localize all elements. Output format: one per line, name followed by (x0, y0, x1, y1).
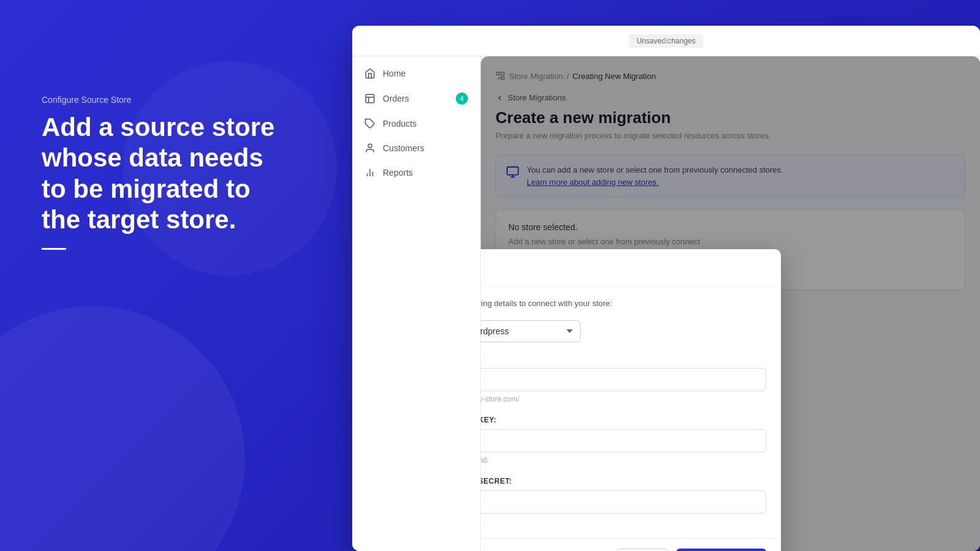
modal-header: Add Store (481, 249, 781, 287)
oauth-secret-group: OAuth Consumer Secret: (481, 477, 766, 514)
sidebar-item-customers[interactable]: Customers (352, 136, 480, 160)
app-window: Unsaved changes Home Orders 4 (352, 26, 980, 551)
left-panel: Configure Source Store Add a source stor… (42, 95, 287, 250)
left-panel-title: Add a source store whose data needs to b… (42, 112, 287, 236)
oauth-key-hint: Example: ck_eb70...315a6 (481, 456, 766, 465)
sidebar-item-home[interactable]: Home (352, 61, 480, 86)
sidebar-label-home: Home (383, 69, 405, 78)
left-panel-subtitle: Configure Source Store (42, 95, 287, 105)
home-icon (364, 68, 375, 79)
svg-point-4 (368, 144, 372, 148)
oauth-key-input[interactable] (481, 429, 766, 452)
left-panel-divider (42, 248, 66, 250)
orders-badge: 4 (456, 92, 468, 105)
modal-description: Please enter the following details to co… (481, 299, 766, 308)
sidebar-item-reports[interactable]: Reports (352, 160, 480, 185)
oauth-key-label: OAuth Consumer Key: (481, 416, 766, 424)
orders-icon (364, 93, 375, 104)
sidebar-label-orders: Orders (383, 94, 409, 103)
oauth-secret-label: OAuth Consumer Secret: (481, 477, 766, 485)
host-input[interactable] (481, 368, 766, 391)
add-store-modal: Add Store Please enter the following det… (481, 249, 781, 551)
main-content: Store Migration / Creating New Migration… (481, 56, 980, 551)
host-hint: Example: https://www.my-store.com/ (481, 395, 766, 403)
host-group: Host: Example: https://www.my-store.com/ (481, 354, 766, 403)
sidebar-item-products[interactable]: Products (352, 111, 480, 136)
select-store-button[interactable]: Select Store ⚡ (676, 549, 766, 551)
products-icon (364, 118, 375, 129)
customers-icon (364, 143, 375, 154)
sidebar-label-reports: Reports (383, 168, 413, 178)
sidebar: Home Orders 4 Products (352, 56, 481, 551)
sidebar-label-customers: Customers (383, 143, 424, 153)
reports-icon (364, 167, 375, 178)
platform-group: PLATFORM: Wordpress Magento WooCommerce … (481, 320, 766, 342)
host-label: Host: (481, 354, 766, 363)
top-bar: Unsaved changes (352, 26, 980, 56)
svg-rect-0 (366, 94, 374, 103)
sidebar-item-orders[interactable]: Orders 4 (352, 86, 480, 111)
modal-body: Please enter the following details to co… (481, 287, 781, 538)
sidebar-label-products: Products (383, 119, 417, 129)
top-bar-dot (664, 39, 669, 43)
app-body: Home Orders 4 Products (352, 56, 980, 551)
modal-footer: Cancel Select Store ⚡ (481, 538, 781, 551)
oauth-key-group: OAuth Consumer Key: Example: ck_eb70...3… (481, 416, 766, 465)
oauth-secret-input[interactable] (481, 490, 766, 514)
platform-select[interactable]: Wordpress Magento WooCommerce PrestaShop… (481, 320, 581, 342)
cancel-button[interactable]: Cancel (616, 549, 669, 551)
